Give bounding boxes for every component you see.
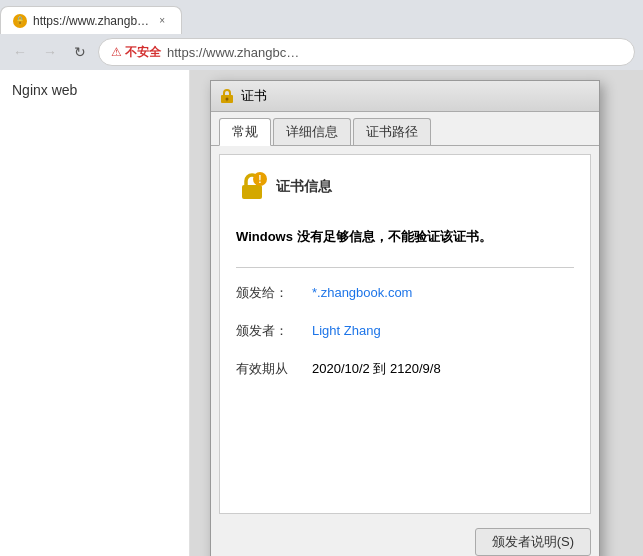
issuer-statement-button[interactable]: 颁发者说明(S) <box>475 528 591 556</box>
address-bar: ← → ↻ ⚠ 不安全 https://www.zhangbc… <box>0 34 643 70</box>
browser-tab[interactable]: 🔒 https://www.zhangb… × <box>0 6 182 34</box>
cert-validity-label: 有效期从 <box>236 360 296 378</box>
browser-chrome: 🔒 https://www.zhangb… × ← → ↻ ⚠ 不安全 http… <box>0 0 643 70</box>
cert-dialog-title: 证书 <box>241 87 591 105</box>
page-content: Nginx web ! 证书 常规 详细信息 <box>0 70 643 556</box>
back-button[interactable]: ← <box>8 40 32 64</box>
cert-body: ! 证书信息 Windows 没有足够信息，不能验证该证书。 颁发给： *.zh… <box>219 154 591 514</box>
url-text: https://www.zhangbc… <box>167 45 299 60</box>
cert-header-icon: ! <box>236 171 268 203</box>
cert-validity-value: 2020/10/2 到 2120/9/8 <box>312 360 441 378</box>
svg-text:!: ! <box>258 174 261 185</box>
cert-dialog-overlay: ! 证书 常规 详细信息 证书路径 <box>190 70 643 556</box>
cert-field-validity: 有效期从 2020/10/2 到 2120/9/8 <box>236 360 574 378</box>
cert-dialog-titlebar: ! 证书 <box>211 81 599 112</box>
tab-favicon-icon: 🔒 <box>13 14 27 28</box>
cert-tabs: 常规 详细信息 证书路径 <box>211 112 599 146</box>
warning-triangle-icon: ⚠ <box>111 45 122 59</box>
forward-button[interactable]: → <box>38 40 62 64</box>
sidebar: Nginx web <box>0 70 190 556</box>
svg-rect-3 <box>242 185 262 199</box>
tab-title: https://www.zhangb… <box>33 14 149 28</box>
tab-bar: 🔒 https://www.zhangb… × <box>0 0 643 34</box>
cert-field-issued-by: 颁发者： Light Zhang <box>236 322 574 340</box>
cert-issued-to-label: 颁发给： <box>236 284 296 302</box>
cert-issued-by-value: Light Zhang <box>312 323 381 338</box>
cert-issued-by-label: 颁发者： <box>236 322 296 340</box>
cert-dialog-footer: 颁发者说明(S) <box>211 522 599 556</box>
security-warning-icon: ⚠ 不安全 <box>111 44 161 61</box>
cert-issued-to-value: *.zhangbook.com <box>312 285 412 300</box>
cert-tab-details[interactable]: 详细信息 <box>273 118 351 145</box>
tab-close-button[interactable]: × <box>155 14 169 28</box>
cert-warning-text: Windows 没有足够信息，不能验证该证书。 <box>236 227 574 247</box>
cert-field-issued-to: 颁发给： *.zhangbook.com <box>236 284 574 302</box>
cert-tab-general[interactable]: 常规 <box>219 118 271 146</box>
cert-header-title: 证书信息 <box>276 178 332 196</box>
refresh-button[interactable]: ↻ <box>68 40 92 64</box>
cert-divider <box>236 267 574 268</box>
svg-text:!: ! <box>226 97 227 103</box>
cert-title-icon: ! <box>219 88 235 104</box>
url-bar[interactable]: ⚠ 不安全 https://www.zhangbc… <box>98 38 635 66</box>
cert-lock-warning-icon: ! <box>236 171 268 203</box>
sidebar-title: Nginx web <box>12 82 77 98</box>
cert-dialog: ! 证书 常规 详细信息 证书路径 <box>210 80 600 556</box>
security-label: 不安全 <box>125 44 161 61</box>
cert-tab-path[interactable]: 证书路径 <box>353 118 431 145</box>
cert-header: ! 证书信息 <box>236 171 574 211</box>
